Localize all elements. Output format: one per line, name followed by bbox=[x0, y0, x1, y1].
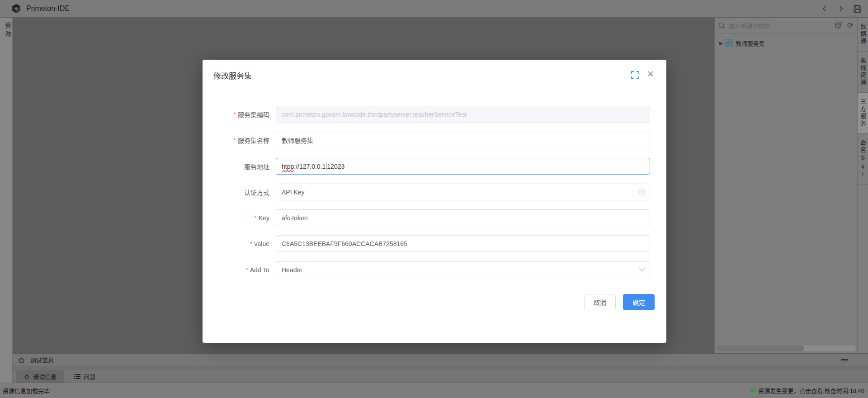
chevron-down-icon bbox=[639, 268, 645, 272]
resource-tree-panel: 输入关键字搜索 ⟳ ▶ 教师服务集 bbox=[714, 18, 857, 353]
add-to-select[interactable]: Header bbox=[276, 261, 650, 278]
debug-icon bbox=[18, 356, 25, 363]
tree-expand-caret-icon[interactable]: ▶ bbox=[719, 41, 723, 46]
service-set-icon bbox=[726, 39, 733, 47]
dialog-footer: 取消 确定 bbox=[584, 294, 655, 310]
status-message: 资源信息加载完毕 bbox=[3, 386, 50, 395]
app-title: Primeton-IDE bbox=[26, 5, 70, 13]
rail-tab-named-sql[interactable]: 命名Sql bbox=[858, 134, 868, 185]
rail-tab-offline-resources[interactable]: 离线资源 bbox=[858, 52, 868, 93]
form-row-service-code: * 服务集编码 com.primeton.gocom.lowcode.third… bbox=[203, 106, 666, 123]
form-row-service-name: * 服务集名称 教师服务集 bbox=[203, 132, 666, 148]
cancel-button[interactable]: 取消 bbox=[584, 294, 616, 310]
key-input[interactable]: afc-token bbox=[276, 209, 650, 226]
refresh-icon[interactable]: ⟳ bbox=[847, 22, 854, 29]
text-caret bbox=[326, 162, 326, 170]
close-icon[interactable]: ✕ bbox=[646, 69, 656, 79]
nav-forward-icon[interactable] bbox=[836, 4, 845, 13]
form-row-value: * value C6A5C13BEEBAF9F660ACCACAB7258165 bbox=[203, 235, 666, 252]
bottom-tab-row: 调试信息 问题 bbox=[13, 370, 868, 383]
clear-icon[interactable]: ✕ bbox=[638, 189, 645, 195]
status-bar: 资源信息加载完毕 资源发生变更，点击查看,检查时间:18:40 bbox=[0, 383, 868, 398]
clipped-row: 调试信息 bbox=[13, 366, 868, 370]
value-input[interactable]: C6A5C13BEEBAF9F660ACCACAB7258165 bbox=[276, 235, 650, 252]
status-green-dot-icon bbox=[750, 388, 755, 393]
tab-debug-info[interactable]: 调试信息 bbox=[16, 370, 64, 383]
field-label: 认证方式 bbox=[203, 184, 269, 200]
edit-service-set-dialog: 修改服务集 ✕ * 服务集编码 com.primeton.gocom.lowco… bbox=[203, 60, 666, 343]
resource-change-notice[interactable]: 资源发生变更，点击查看,检查时间:18:40 bbox=[750, 386, 864, 395]
tree-search-row: 输入关键字搜索 ⟳ bbox=[715, 18, 857, 33]
form-row-service-address: 服务地址 htpp://127.0.0.112023 bbox=[203, 158, 666, 175]
dialog-title: 修改服务集 bbox=[213, 70, 252, 81]
tree-search-input[interactable]: 输入关键字搜索 bbox=[729, 21, 835, 30]
tree-horizontal-scrollbar[interactable] bbox=[716, 346, 856, 351]
right-rail: 数据源 离线资源 三方服务 命名Sql bbox=[857, 18, 868, 353]
auth-type-select[interactable]: API Key ✕ bbox=[276, 184, 650, 200]
field-label: * 服务集编码 bbox=[203, 106, 269, 123]
tree-item-service-set[interactable]: ▶ 教师服务集 bbox=[715, 36, 857, 50]
ide-screen: Primeton-IDE 资源 输入关键字搜索 bbox=[0, 0, 868, 398]
form-row-key: * Key afc-token bbox=[203, 209, 666, 226]
service-address-input[interactable]: htpp://127.0.0.112023 bbox=[276, 158, 650, 175]
misspelled-text: htpp bbox=[282, 163, 294, 170]
required-marker: * bbox=[234, 137, 236, 144]
required-marker: * bbox=[254, 214, 256, 222]
field-label: 服务地址 bbox=[203, 158, 269, 175]
scrollbar-thumb[interactable] bbox=[716, 346, 804, 351]
bottom-panel: 调试信息 调试信息 调试信息 bbox=[0, 353, 868, 398]
collapse-panel-icon[interactable] bbox=[841, 359, 848, 360]
required-marker: * bbox=[234, 111, 236, 118]
form-row-add-to: * Add To Header bbox=[203, 261, 666, 278]
search-icon bbox=[718, 22, 725, 29]
debug-header-label: 调试信息 bbox=[30, 355, 54, 364]
service-name-input[interactable]: 教师服务集 bbox=[276, 132, 650, 148]
save-icon[interactable] bbox=[853, 4, 862, 13]
field-label: * value bbox=[203, 235, 269, 252]
add-service-icon[interactable] bbox=[835, 21, 843, 29]
title-bar: Primeton-IDE bbox=[0, 0, 868, 17]
form-row-auth-type: 认证方式 API Key ✕ bbox=[203, 184, 666, 200]
resource-change-text: 资源发生变更，点击查看,检查时间:18:40 bbox=[758, 386, 864, 395]
field-label: * Add To bbox=[203, 261, 269, 278]
debug-icon bbox=[24, 374, 30, 380]
nav-back-icon[interactable] bbox=[820, 4, 829, 13]
required-marker: * bbox=[245, 266, 248, 274]
list-icon bbox=[74, 374, 80, 379]
tab-debug-label: 调试信息 bbox=[33, 372, 57, 381]
tree-item-label: 教师服务集 bbox=[736, 39, 765, 47]
service-code-input: com.primeton.gocom.lowcode.thirdpartyser… bbox=[276, 106, 650, 123]
rail-tab-datasource[interactable]: 数据源 bbox=[858, 18, 868, 52]
field-label: * 服务集名称 bbox=[203, 132, 269, 148]
field-label: * Key bbox=[203, 209, 269, 226]
debug-info-header[interactable]: 调试信息 bbox=[13, 353, 868, 366]
fullscreen-icon[interactable] bbox=[631, 71, 639, 79]
left-rail: 资源 bbox=[0, 18, 13, 383]
rail-tab-thirdparty-services[interactable]: 三方服务 bbox=[858, 93, 868, 134]
app-logo-icon bbox=[11, 3, 22, 14]
ok-button[interactable]: 确定 bbox=[623, 294, 655, 310]
left-rail-tab-resources[interactable]: 资源 bbox=[0, 22, 12, 38]
tab-problems-label: 问题 bbox=[84, 372, 95, 381]
required-marker: * bbox=[250, 240, 252, 247]
tab-problems[interactable]: 问题 bbox=[66, 370, 103, 383]
